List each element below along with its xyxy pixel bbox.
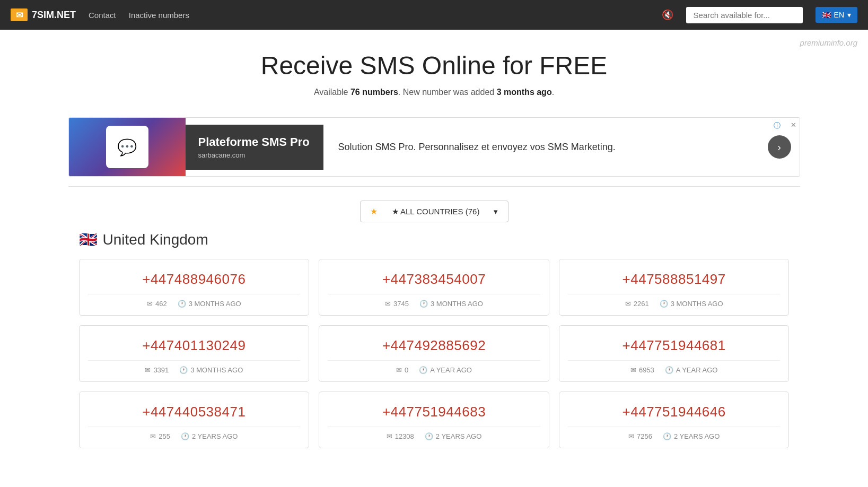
phone-meta: ✉ 462 🕐 3 MONTHS AGO [88,294,301,308]
country-name: United Kingdom [103,231,208,248]
ad-info-icon[interactable]: ⓘ [774,121,781,131]
clock-icon: 🕐 [425,432,433,440]
main-content: 🇬🇧 United Kingdom +447488946076 ✉ 462 🕐 … [68,231,800,469]
envelope-icon: ✉ [387,432,392,440]
message-count-value: 3745 [393,300,409,308]
hero-section: Receive SMS Online for FREE Available 76… [0,30,868,108]
time-ago: 🕐 3 MONTHS AGO [179,366,243,374]
divider [68,186,800,187]
phone-card[interactable]: +447751944646 ✉ 7256 🕐 2 YEARS AGO [559,392,790,448]
flag-icon: 🇬🇧 [822,11,831,19]
star-icon: ★ [370,206,378,216]
clock-icon: 🕐 [419,366,427,374]
brand-link[interactable]: ✉ 7SIM.NET [11,8,76,21]
message-count: ✉ 7256 [628,432,652,440]
brand-name: 7SIM.NET [32,10,76,21]
phone-card[interactable]: +447401130249 ✉ 3391 🕐 3 MONTHS AGO [79,325,310,382]
phone-meta: ✉ 12308 🕐 2 YEARS AGO [328,427,540,440]
subtitle-count: 76 numbers [350,88,398,97]
chevron-down-icon: ▾ [494,207,498,216]
phone-meta: ✉ 6953 🕐 A YEAR AGO [568,360,781,374]
clock-icon: 🕐 [419,300,428,308]
ad-brand: Plateforme SMS Pro [198,135,311,149]
phone-meta: ✉ 255 🕐 2 YEARS AGO [88,427,301,440]
subtitle-time: 3 months ago [497,88,552,97]
time-ago-value: 3 MONTHS AGO [190,366,243,374]
phone-card[interactable]: +447751944681 ✉ 6953 🕐 A YEAR AGO [559,325,790,382]
envelope-icon: ✉ [145,366,151,374]
ad-description: Solution SMS Pro. Personnalisez et envoy… [323,129,768,165]
subtitle-suffix: . [552,88,554,97]
phone-meta: ✉ 3391 🕐 3 MONTHS AGO [88,360,301,374]
phone-card[interactable]: +447440538471 ✉ 255 🕐 2 YEARS AGO [79,392,310,448]
message-count-value: 0 [405,366,408,374]
message-count: ✉ 12308 [387,432,414,440]
phone-card[interactable]: +447588851497 ✉ 2261 🕐 3 MONTHS AGO [559,259,790,316]
time-ago: 🕐 3 MONTHS AGO [178,300,241,308]
contact-link[interactable]: Contact [89,11,116,20]
phone-card[interactable]: +447488946076 ✉ 462 🕐 3 MONTHS AGO [79,259,310,316]
message-count: ✉ 255 [150,432,170,440]
hero-subtitle: Available 76 numbers. New number was add… [11,88,857,97]
subtitle-middle: . New number was added [398,88,497,97]
phone-grid: +447488946076 ✉ 462 🕐 3 MONTHS AGO +4473… [79,259,790,448]
phone-number: +447488946076 [88,271,301,288]
message-count-value: 2261 [634,300,649,308]
message-count: ✉ 6953 [630,366,654,374]
clock-icon: 🕐 [181,432,189,440]
hero-title: Receive SMS Online for FREE [11,51,857,80]
time-ago: 🕐 3 MONTHS AGO [419,300,483,308]
time-ago-value: 2 YEARS AGO [436,432,481,440]
phone-number: +447751944681 [568,337,781,354]
ad-site: sarbacane.com [198,151,311,159]
message-count-value: 462 [155,300,167,308]
message-count: ✉ 3391 [145,366,169,374]
envelope-icon: ✉ [396,366,402,374]
country-flag: 🇬🇧 [79,231,98,248]
envelope-icon: ✉ [625,300,631,308]
message-count: ✉ 2261 [625,300,649,308]
time-ago-value: 3 MONTHS AGO [431,300,483,308]
country-select[interactable]: ★ ★ ALL COUNTRIES (76) ▾ [360,201,508,222]
message-count: ✉ 0 [396,366,408,374]
phone-number: +447492885692 [328,337,540,354]
time-ago-value: 2 YEARS AGO [192,432,238,440]
ad-next-button[interactable]: › [768,135,791,159]
language-button[interactable]: 🇬🇧 EN ▾ [816,7,857,23]
phone-card[interactable]: +447383454007 ✉ 3745 🕐 3 MONTHS AGO [319,259,549,316]
message-count-value: 6953 [639,366,654,374]
time-ago-value: 3 MONTHS AGO [671,300,723,308]
search-input[interactable] [686,7,803,23]
clock-icon: 🕐 [179,366,188,374]
phone-meta: ✉ 3745 🕐 3 MONTHS AGO [328,294,540,308]
phone-number: +447588851497 [568,271,781,288]
message-count-value: 12308 [395,432,414,440]
time-ago: 🕐 A YEAR AGO [665,366,718,374]
ad-close-button[interactable]: ✕ [791,121,796,129]
time-ago: 🕐 2 YEARS AGO [663,432,720,440]
time-ago: 🕐 2 YEARS AGO [425,432,481,440]
clock-icon: 🕐 [665,366,673,374]
message-count: ✉ 462 [147,300,167,308]
phone-number: +447401130249 [88,337,301,354]
phone-card[interactable]: +447492885692 ✉ 0 🕐 A YEAR AGO [319,325,549,382]
envelope-icon: ✉ [147,300,153,308]
phone-meta: ✉ 0 🕐 A YEAR AGO [328,360,540,374]
ad-banner: 💬 Plateforme SMS Pro sarbacane.com Solut… [68,117,800,177]
time-ago: 🕐 A YEAR AGO [419,366,472,374]
country-select-label: ★ ALL COUNTRIES (76) [392,207,480,216]
message-count-value: 255 [159,432,170,440]
phone-card[interactable]: +447751944683 ✉ 12308 🕐 2 YEARS AGO [319,392,549,448]
country-title: 🇬🇧 United Kingdom [79,231,790,248]
phone-meta: ✉ 7256 🕐 2 YEARS AGO [568,427,781,440]
inactive-link[interactable]: Inactive numbers [129,11,189,20]
message-count-value: 3391 [153,366,169,374]
lang-label: EN [834,11,844,19]
clock-icon: 🕐 [178,300,186,308]
phone-number: +447751944646 [568,404,781,420]
phone-number: +447383454007 [328,271,540,288]
message-count-value: 7256 [637,432,652,440]
time-ago-value: A YEAR AGO [430,366,472,374]
clock-icon: 🕐 [663,432,671,440]
mute-button[interactable]: 🔇 [662,9,673,21]
